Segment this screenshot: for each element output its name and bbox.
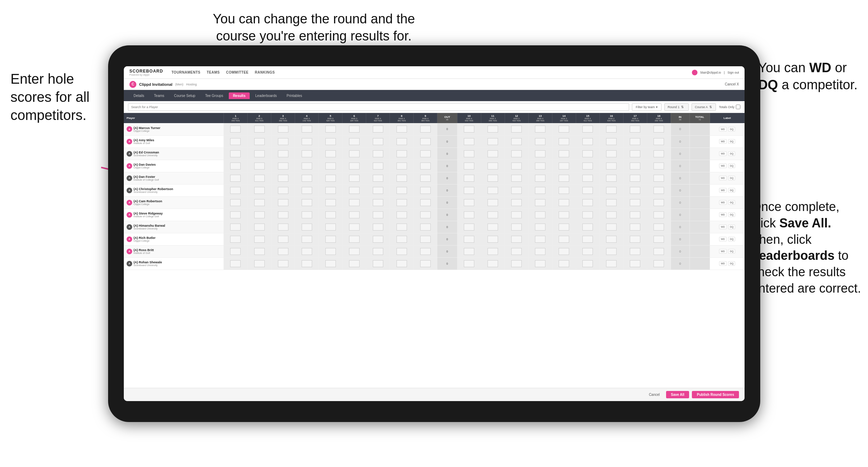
score-hole-17[interactable] [623,245,647,257]
score-hole-3[interactable] [271,196,295,209]
score-hole-13[interactable] [528,233,552,245]
dq-button[interactable]: DQ [728,200,735,205]
dq-button[interactable]: DQ [728,188,735,193]
score-hole-4[interactable] [295,209,319,221]
score-hole-2[interactable] [247,172,271,184]
score-hole-1[interactable] [224,257,247,270]
dq-button[interactable]: DQ [728,139,735,144]
score-hole-13[interactable] [528,184,552,196]
score-hole-18[interactable] [647,233,671,245]
dq-button[interactable]: DQ [728,249,735,254]
score-hole-6[interactable] [342,209,366,221]
score-hole-5[interactable] [319,233,342,245]
score-hole-3[interactable] [271,123,295,135]
score-hole-1[interactable] [224,172,247,184]
score-hole-10[interactable] [457,233,481,245]
dq-button[interactable]: DQ [728,176,735,180]
score-hole-13[interactable] [528,245,552,257]
footer-cancel-button[interactable]: Cancel [646,391,663,398]
score-hole-15[interactable] [576,245,599,257]
score-hole-7[interactable] [366,123,390,135]
score-hole-16[interactable] [599,135,623,148]
score-hole-2[interactable] [247,184,271,196]
score-hole-2[interactable] [247,123,271,135]
score-hole-12[interactable] [505,123,528,135]
score-hole-12[interactable] [505,233,528,245]
score-hole-3[interactable] [271,135,295,148]
score-hole-16[interactable] [599,221,623,233]
score-hole-14[interactable] [552,257,576,270]
dq-button[interactable]: DQ [728,164,735,168]
score-hole-11[interactable] [481,196,505,209]
score-hole-16[interactable] [599,245,623,257]
dq-button[interactable]: DQ [728,225,735,229]
score-hole-18[interactable] [647,245,671,257]
score-hole-17[interactable] [623,123,647,135]
score-hole-8[interactable] [390,172,414,184]
wd-button[interactable]: WD [719,176,727,180]
wd-button[interactable]: WD [719,151,727,156]
tab-results[interactable]: Results [229,92,250,99]
score-hole-1[interactable] [224,209,247,221]
score-hole-6[interactable] [342,245,366,257]
score-hole-14[interactable] [552,196,576,209]
score-hole-8[interactable] [390,233,414,245]
score-hole-10[interactable] [457,196,481,209]
score-hole-8[interactable] [390,160,414,172]
dq-button[interactable]: DQ [728,127,735,131]
score-hole-9[interactable] [414,245,437,257]
score-hole-14[interactable] [552,160,576,172]
score-hole-6[interactable] [342,233,366,245]
score-hole-9[interactable] [414,184,437,196]
wd-button[interactable]: WD [719,237,727,241]
score-hole-11[interactable] [481,148,505,160]
save-all-button[interactable]: Save All [666,391,689,398]
score-hole-18[interactable] [647,209,671,221]
score-hole-5[interactable] [319,160,342,172]
score-hole-18[interactable] [647,196,671,209]
wd-button[interactable]: WD [719,127,727,131]
score-hole-13[interactable] [528,221,552,233]
score-hole-16[interactable] [599,148,623,160]
score-hole-10[interactable] [457,148,481,160]
score-hole-2[interactable] [247,233,271,245]
score-hole-6[interactable] [342,148,366,160]
score-hole-5[interactable] [319,135,342,148]
score-hole-10[interactable] [457,184,481,196]
score-hole-6[interactable] [342,257,366,270]
score-hole-4[interactable] [295,123,319,135]
score-hole-12[interactable] [505,257,528,270]
score-hole-8[interactable] [390,123,414,135]
tab-printables[interactable]: Printables [282,92,306,99]
score-hole-11[interactable] [481,233,505,245]
score-hole-17[interactable] [623,148,647,160]
tab-course-setup[interactable]: Course Setup [170,92,199,99]
score-hole-18[interactable] [647,123,671,135]
score-hole-10[interactable] [457,172,481,184]
score-hole-4[interactable] [295,172,319,184]
score-hole-13[interactable] [528,123,552,135]
wd-button[interactable]: WD [719,188,727,193]
score-hole-11[interactable] [481,221,505,233]
score-hole-1[interactable] [224,160,247,172]
score-hole-15[interactable] [576,184,599,196]
score-hole-17[interactable] [623,257,647,270]
dq-button[interactable]: DQ [728,151,735,156]
score-hole-1[interactable] [224,184,247,196]
score-hole-13[interactable] [528,209,552,221]
tab-leaderboards[interactable]: Leaderboards [251,92,281,99]
score-hole-17[interactable] [623,221,647,233]
score-hole-14[interactable] [552,172,576,184]
score-hole-14[interactable] [552,148,576,160]
score-hole-4[interactable] [295,135,319,148]
score-hole-2[interactable] [247,148,271,160]
score-hole-11[interactable] [481,123,505,135]
score-hole-7[interactable] [366,184,390,196]
score-hole-13[interactable] [528,148,552,160]
score-hole-7[interactable] [366,221,390,233]
score-hole-14[interactable] [552,184,576,196]
score-hole-1[interactable] [224,135,247,148]
score-hole-9[interactable] [414,209,437,221]
score-hole-7[interactable] [366,257,390,270]
score-hole-5[interactable] [319,196,342,209]
